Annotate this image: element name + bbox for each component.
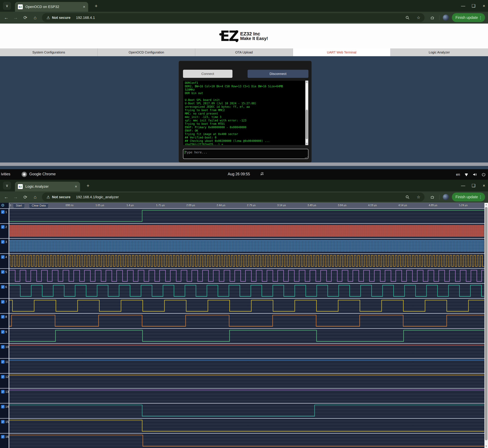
window-close-button[interactable]: × xyxy=(481,183,486,188)
new-tab-button[interactable]: + xyxy=(93,3,99,9)
channel-checkbox[interactable]: ✓ xyxy=(1,285,5,288)
console-scrollbar[interactable]: ▲ ▼ xyxy=(305,80,308,145)
scroll-up-icon[interactable]: ▲ xyxy=(305,80,308,83)
home-button[interactable]: ⌂ xyxy=(31,192,39,203)
browser-tab-logic-analyzer[interactable]: EZ Logic Analyzer × xyxy=(15,182,80,192)
channel-checkbox[interactable]: ✓ xyxy=(1,345,5,349)
profile-avatar[interactable] xyxy=(443,15,449,21)
window-minimize-button[interactable]: — xyxy=(461,183,465,188)
home-button[interactable]: ⌂ xyxy=(31,12,39,24)
browser-menu-icon[interactable]: ⋮ xyxy=(479,16,482,20)
gear-icon[interactable]: ⚙ xyxy=(1,203,5,208)
reload-button[interactable]: ⟳ xyxy=(21,192,30,203)
browser-tab-openocd[interactable]: EZ OpenOCD on ESP32 × xyxy=(15,2,88,12)
back-button[interactable]: ← xyxy=(2,12,10,24)
channel-label-cell: ✓8 xyxy=(0,314,9,328)
nav-tab-uart-web-terminal[interactable]: UART Web Terminal xyxy=(293,48,390,56)
nav-tab-system-configurations[interactable]: System Configurations xyxy=(0,48,98,56)
nav-tab-logic-analyzer[interactable]: Logic Analyzer xyxy=(390,48,488,56)
zoom-icon[interactable] xyxy=(405,195,414,199)
zoom-icon[interactable] xyxy=(405,16,414,20)
channel-checkbox[interactable]: ✓ xyxy=(1,405,5,408)
forward-button[interactable]: → xyxy=(11,192,20,203)
focused-app-name[interactable]: Google Chrome xyxy=(29,172,56,176)
url-text[interactable]: 192.168.4.1/logic_analyzer xyxy=(76,195,405,199)
channel-checkbox[interactable]: ✓ xyxy=(1,420,5,424)
reload-button[interactable]: ⟳ xyxy=(21,12,30,24)
activities-button[interactable]: ivities xyxy=(1,172,10,176)
channel-waveform xyxy=(9,374,484,389)
channel-checkbox[interactable]: ✓ xyxy=(1,330,5,334)
not-secure-warning-icon: ⚠ xyxy=(47,16,50,20)
start-button[interactable]: Start xyxy=(13,203,25,208)
not-secure-label[interactable]: Not secure xyxy=(52,16,71,20)
channel-number: 5 xyxy=(5,270,7,274)
channel-label-cell: ✓6 xyxy=(0,284,9,298)
notifications-muted-icon[interactable] xyxy=(260,172,264,176)
tab-title: OpenOCD on ESP32 xyxy=(25,5,81,9)
window-restore-button[interactable]: ❑ xyxy=(471,183,476,188)
tab-close-icon[interactable]: × xyxy=(83,5,85,9)
page-nav-tabs: System ConfigurationsOpenOCD Configurati… xyxy=(0,48,488,56)
console-line: ENVF: OK xyxy=(185,129,304,132)
address-bar[interactable]: ⚠ Not secure 192.168.4.1 ☆ xyxy=(42,13,425,22)
openocd-page: EZ EZ32 Inc Make It Easy! System Configu… xyxy=(0,24,488,166)
analyzer-scrollbar[interactable]: ▲ ▼ xyxy=(484,203,488,448)
resize-grip-icon[interactable] xyxy=(305,156,309,158)
nav-tab-ota-upload[interactable]: OTA Upload xyxy=(195,48,293,56)
forward-button[interactable]: → xyxy=(11,12,20,24)
disconnect-button[interactable]: Disconnect xyxy=(248,70,308,78)
channel-checkbox[interactable]: ✓ xyxy=(1,375,5,378)
analyzer-scrollbar-thumb[interactable] xyxy=(485,207,488,440)
analyzer-settings-corner: ⚙ xyxy=(0,203,9,208)
finish-update-button[interactable]: Finish update ⋮ xyxy=(452,13,485,22)
power-icon[interactable] xyxy=(481,172,486,177)
channel-checkbox[interactable]: ✓ xyxy=(1,225,5,229)
bookmark-star-icon[interactable]: ☆ xyxy=(414,15,423,20)
new-tab-button[interactable]: + xyxy=(85,183,91,189)
extensions-icon[interactable] xyxy=(428,12,437,24)
tab-search-chevron-button[interactable]: ∨ xyxy=(3,2,11,10)
not-secure-label[interactable]: Not secure xyxy=(52,195,71,199)
channel-waveform xyxy=(9,269,484,284)
keyboard-layout-indicator[interactable]: en xyxy=(456,172,460,177)
uart-console-output[interactable]: DDRConf1DDR2, BW=16 Col=10 Bk=4 CS0 Row=… xyxy=(183,80,308,145)
channel-checkbox[interactable]: ✓ xyxy=(1,255,5,259)
wifi-icon[interactable] xyxy=(464,172,469,177)
window-restore-button[interactable]: ❑ xyxy=(471,3,476,8)
chrome-app-icon[interactable] xyxy=(21,172,27,177)
scroll-down-icon[interactable]: ▼ xyxy=(484,444,488,448)
url-text[interactable]: 192.168.4.1 xyxy=(76,16,405,20)
nav-tab-openocd-configuration[interactable]: OpenOCD Configuration xyxy=(98,48,195,56)
connect-button[interactable]: Connect xyxy=(183,70,232,78)
finish-update-button[interactable]: Finish update ⋮ xyxy=(452,192,485,201)
uart-command-input[interactable]: Type here... xyxy=(183,149,308,159)
channel-checkbox[interactable]: ✓ xyxy=(1,390,5,393)
channel-waveform xyxy=(9,224,484,239)
tab-close-icon[interactable]: × xyxy=(75,184,77,189)
channel-checkbox[interactable]: ✓ xyxy=(1,360,5,363)
channel-row-16: ✓16 xyxy=(0,433,484,448)
extensions-icon[interactable] xyxy=(428,192,437,203)
channel-checkbox[interactable]: ✓ xyxy=(1,240,5,244)
channel-label-cell: ✓11 xyxy=(0,359,9,373)
volume-icon[interactable] xyxy=(473,172,477,177)
bookmark-star-icon[interactable]: ☆ xyxy=(414,195,423,199)
scroll-up-icon[interactable]: ▲ xyxy=(484,203,488,206)
channel-checkbox[interactable]: ✓ xyxy=(1,270,5,274)
uart-terminal-panel: Connect Disconnect DDRConf1DDR2, BW=16 C… xyxy=(179,61,312,162)
clear-data-button[interactable]: Clear Data xyxy=(29,203,49,208)
profile-avatar[interactable] xyxy=(443,194,449,200)
console-scrollbar-thumb[interactable] xyxy=(306,110,308,139)
window-close-button[interactable]: × xyxy=(481,3,486,8)
tab-search-chevron-button[interactable]: ∨ xyxy=(3,182,11,190)
channel-checkbox[interactable]: ✓ xyxy=(1,300,5,304)
scroll-down-icon[interactable]: ▼ xyxy=(305,142,308,145)
channel-checkbox[interactable]: ✓ xyxy=(1,210,5,214)
channel-checkbox[interactable]: ✓ xyxy=(1,315,5,319)
window-minimize-button[interactable]: — xyxy=(461,3,465,8)
address-bar[interactable]: ⚠ Not secure 192.168.4.1/logic_analyzer … xyxy=(42,192,425,201)
browser-menu-icon[interactable]: ⋮ xyxy=(479,195,482,199)
back-button[interactable]: ← xyxy=(2,192,10,203)
channel-checkbox[interactable]: ✓ xyxy=(1,435,5,438)
